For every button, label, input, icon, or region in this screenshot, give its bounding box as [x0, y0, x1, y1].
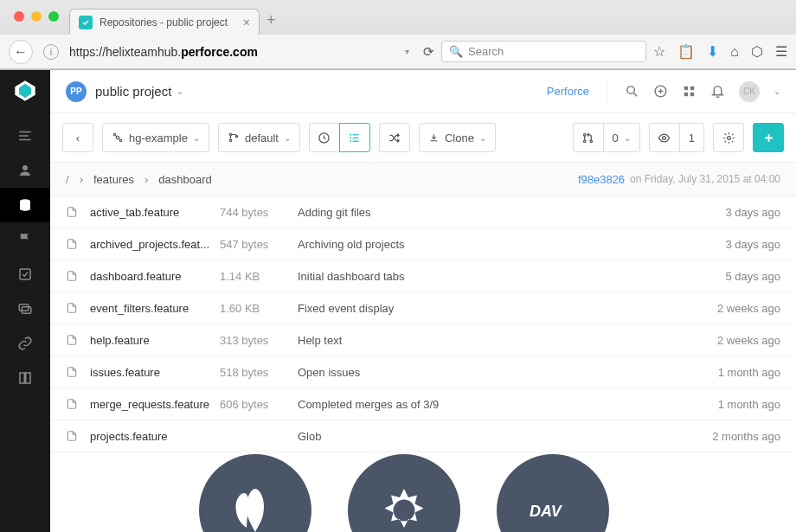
svg-rect-28: [353, 140, 359, 141]
back-button[interactable]: ‹: [62, 123, 93, 152]
file-row[interactable]: merge_requests.feature606 bytesCompleted…: [50, 388, 796, 420]
pr-count-label: 0: [613, 131, 619, 144]
file-size: 1.60 KB: [220, 302, 298, 315]
new-tab-button[interactable]: +: [266, 11, 276, 35]
url-dropdown-icon[interactable]: ▾: [405, 47, 409, 56]
back-button[interactable]: ←: [9, 40, 33, 64]
overlay-logos: DAV: [199, 454, 609, 532]
shuffle-button[interactable]: [379, 123, 410, 152]
sidebar-flag[interactable]: [0, 222, 50, 257]
watch-count[interactable]: 1: [679, 123, 704, 152]
watch-icon[interactable]: [649, 123, 680, 152]
file-name: merge_requests.feature: [90, 398, 220, 411]
commit-hash[interactable]: f98e3826: [578, 173, 625, 186]
sidebar-tasks[interactable]: [0, 257, 50, 292]
grid-icon[interactable]: [682, 84, 696, 99]
list-view[interactable]: [339, 123, 370, 152]
close-window[interactable]: [14, 11, 24, 22]
perforce-link[interactable]: Perforce: [547, 85, 589, 98]
file-commit-message: Fixed event display: [298, 302, 717, 315]
settings-button[interactable]: [713, 123, 744, 152]
file-date: 2 months ago: [712, 430, 780, 443]
file-date: 2 weeks ago: [717, 334, 780, 347]
svg-point-5: [22, 165, 28, 170]
breadcrumb-root[interactable]: /: [66, 173, 69, 186]
pocket-icon[interactable]: ⬡: [751, 43, 763, 60]
search-field[interactable]: 🔍 Search: [441, 41, 646, 62]
chevron-right-icon: ›: [144, 173, 148, 186]
bookmark-icon[interactable]: ☆: [653, 43, 665, 60]
file-row[interactable]: archived_projects.feat...547 bytesArchiv…: [50, 228, 796, 260]
file-name: dashboard.feature: [90, 270, 220, 283]
user-avatar[interactable]: CK: [739, 81, 760, 102]
svg-point-30: [584, 140, 587, 143]
file-row[interactable]: issues.feature518 bytesOpen issues1 mont…: [50, 356, 796, 388]
add-icon[interactable]: [653, 84, 668, 99]
search-icon: 🔍: [449, 45, 463, 58]
home-icon[interactable]: ⌂: [730, 44, 739, 60]
sidebar-link[interactable]: [0, 326, 50, 361]
project-name-label: public project: [95, 84, 171, 99]
breadcrumb-seg[interactable]: dashboard: [158, 173, 211, 186]
app-logo[interactable]: [13, 79, 37, 103]
file-row[interactable]: projects.featureGlob2 months ago: [50, 420, 796, 452]
breadcrumb-path: / › features › dashboard: [66, 173, 212, 186]
history-view[interactable]: [309, 123, 340, 152]
file-name: projects.feature: [90, 430, 220, 443]
svg-rect-3: [19, 135, 29, 137]
sidebar-messages[interactable]: [0, 292, 50, 326]
sidebar-users[interactable]: [0, 153, 50, 188]
project-badge: PP: [66, 81, 87, 102]
minimize-window[interactable]: [31, 11, 42, 22]
file-row[interactable]: dashboard.feature1.14 KBInitial dashboar…: [50, 260, 796, 292]
clipboard-icon[interactable]: 📋: [677, 43, 695, 60]
url-bar: ← i https://helixteamhub.perforce.com ▾ …: [0, 35, 796, 69]
download-icon[interactable]: ⬇: [707, 43, 718, 60]
file-row[interactable]: event_filters.feature1.60 KBFixed event …: [50, 292, 796, 324]
bell-icon[interactable]: [710, 84, 725, 99]
breadcrumb-seg[interactable]: features: [93, 173, 134, 186]
file-row[interactable]: active_tab.feature744 bytesAdding git fi…: [50, 196, 796, 228]
tab-title: Repositories - public project: [100, 16, 228, 29]
file-row[interactable]: help.feature313 bytesHelp text2 weeks ag…: [50, 324, 796, 356]
toolbar: ‹ hg-example ⌄ default ⌄ Clone ⌄: [50, 113, 796, 162]
search-icon[interactable]: [625, 84, 639, 99]
chevron-right-icon: ›: [80, 173, 83, 186]
file-name: event_filters.feature: [90, 302, 220, 315]
file-icon: [66, 302, 80, 314]
file-size: 1.14 KB: [220, 270, 298, 283]
branch-icon: [228, 131, 240, 144]
close-tab-icon[interactable]: ×: [243, 16, 250, 29]
file-commit-message: Help text: [298, 334, 717, 347]
project-selector[interactable]: public project ⌄: [95, 84, 183, 99]
repo-selector[interactable]: hg-example ⌄: [102, 123, 209, 152]
clone-button[interactable]: Clone ⌄: [419, 123, 496, 152]
maximize-window[interactable]: [48, 11, 59, 22]
svg-point-10: [627, 87, 635, 94]
branch-selector[interactable]: default ⌄: [218, 123, 300, 152]
svg-point-20: [229, 139, 231, 141]
refresh-button[interactable]: ⟳: [423, 44, 434, 60]
svg-rect-26: [353, 137, 359, 138]
sidebar-menu[interactable]: [0, 119, 50, 153]
file-icon: [66, 206, 80, 218]
svg-rect-4: [19, 139, 31, 141]
file-icon: [66, 430, 80, 442]
site-info-icon[interactable]: i: [43, 44, 59, 60]
sidebar-repositories[interactable]: [0, 188, 50, 222]
file-name: issues.feature: [90, 366, 220, 379]
browser-tab[interactable]: Repositories - public project ×: [69, 9, 260, 35]
chevron-down-icon[interactable]: ⌄: [774, 87, 780, 96]
add-button[interactable]: [753, 123, 784, 152]
url-field[interactable]: https://helixteamhub.perforce.com: [69, 45, 398, 59]
pull-request-icon[interactable]: [573, 123, 604, 152]
svg-point-31: [590, 140, 593, 143]
svg-point-27: [350, 140, 352, 142]
file-size: 547 bytes: [220, 238, 298, 251]
pr-count[interactable]: 0⌄: [603, 123, 640, 152]
sidebar-wiki[interactable]: [0, 361, 50, 395]
menu-icon[interactable]: ☰: [775, 43, 787, 60]
svg-rect-24: [353, 134, 359, 135]
svg-rect-15: [690, 93, 694, 96]
chevron-down-icon: ⌄: [479, 133, 486, 143]
